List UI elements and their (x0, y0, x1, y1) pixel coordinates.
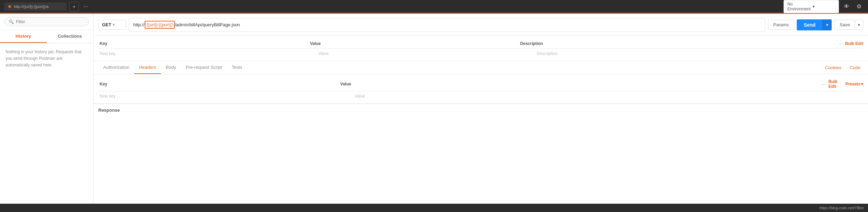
params-table: Key Value Description ··· Bulk Edit New … (93, 36, 868, 61)
env-selector-label: No Environment (787, 2, 811, 11)
params-new-key-placeholder: New key (98, 51, 116, 56)
save-button-group: Save ▾ (834, 20, 863, 30)
params-desc-header: Description (520, 41, 835, 46)
headers-table: Key Value ··· Bulk Edit Presets ▾ New ke… (93, 74, 868, 104)
url-suffix: /admin/billApi/queryBillPage.json (175, 22, 240, 27)
tab-actions: + ··· (69, 2, 91, 11)
headers-value-header: Value (340, 82, 822, 86)
headers-header-row: Key Value ··· Bulk Edit Presets ▾ (98, 77, 863, 91)
headers-actions: ··· Bulk Edit Presets ▾ (822, 79, 863, 89)
add-tab-button[interactable]: + (69, 2, 79, 11)
method-chevron-icon: ▾ (113, 23, 115, 27)
presets-button[interactable]: Presets ▾ (846, 82, 863, 86)
params-more-icon[interactable]: ··· (839, 41, 843, 46)
filter-input[interactable] (16, 19, 84, 24)
params-description-placeholder: Description (535, 51, 558, 56)
send-button-group: Send ▾ (797, 19, 832, 30)
sidebar-tab-history[interactable]: History (0, 30, 47, 43)
search-icon: 🔍 (9, 19, 14, 24)
save-dropdown-button[interactable]: ▾ (855, 20, 863, 30)
url-input[interactable]: http://{{url}}:{{port}}/admin/billApi/qu… (129, 18, 765, 31)
params-bulk-edit[interactable]: Bulk Edit (845, 41, 863, 46)
headers-bulk-edit[interactable]: Bulk Edit (829, 79, 843, 89)
sidebar: 🔍 History Collections Nothing in your hi… (0, 14, 93, 204)
sidebar-empty-message: Nothing in your history yet. Requests th… (0, 43, 93, 204)
method-label: GET (102, 22, 111, 27)
params-value-placeholder: Value (317, 51, 328, 56)
more-tabs-button[interactable]: ··· (81, 2, 91, 11)
eye-icon-button[interactable]: 👁 (842, 2, 851, 11)
params-new-key-cell: New key (98, 51, 317, 56)
headers-more-icon[interactable]: ··· (822, 81, 826, 87)
params-value-header: Value (310, 41, 520, 46)
bottom-bar: https://blog.csdn.net/YlBnr (0, 204, 868, 212)
params-key-header: Key (98, 41, 310, 46)
request-tabs: Authorization Headers Body Pre-request S… (93, 61, 868, 74)
tab-prerequest[interactable]: Pre-request Script (181, 61, 227, 74)
headers-key-header: Key (98, 82, 340, 86)
url-tab[interactable]: http://{{url}}:{{port}}/a (4, 2, 66, 11)
gear-icon-button[interactable]: ⚙ (854, 2, 864, 11)
method-select[interactable]: GET ▾ (98, 20, 126, 30)
params-new-value-cell: Value (317, 51, 535, 56)
params-button[interactable]: Params (768, 20, 794, 30)
response-title: Response (98, 108, 120, 113)
request-tabs-right: Cookies Code (822, 62, 863, 74)
tab-tests[interactable]: Tests (227, 61, 247, 74)
url-highlighted-vars: {{url}}:{{port}} (145, 21, 175, 29)
params-actions: ··· Bulk Edit (835, 41, 863, 46)
url-tab-text: http://{{url}}:{{port}}/a (14, 4, 62, 9)
send-button[interactable]: Send (797, 19, 822, 30)
search-wrap: 🔍 (4, 17, 89, 26)
bottom-url-text: https://blog.csdn.net/YlBnr (820, 206, 864, 210)
presets-label: Presets (846, 82, 860, 86)
cookies-link[interactable]: Cookies (822, 62, 844, 74)
tab-authorization[interactable]: Authorization (98, 61, 134, 74)
tab-dot (8, 5, 11, 8)
code-link[interactable]: Code (847, 62, 863, 74)
sidebar-tab-collections[interactable]: Collections (47, 30, 93, 43)
sidebar-search-area: 🔍 (0, 14, 93, 30)
url-prefix: http:// (133, 22, 145, 27)
chevron-down-icon: ▾ (813, 4, 835, 9)
headers-new-row: New key Value (98, 91, 863, 101)
sidebar-tabs: History Collections (0, 30, 93, 43)
save-button[interactable]: Save (834, 20, 855, 30)
headers-new-key-placeholder: New key (98, 94, 116, 99)
url-bar-row: GET ▾ http://{{url}}:{{port}}/admin/bill… (93, 14, 868, 36)
tab-headers[interactable]: Headers (134, 61, 161, 74)
presets-chevron-icon: ▾ (861, 82, 863, 86)
send-dropdown-button[interactable]: ▾ (822, 19, 832, 30)
params-new-desc-cell: Description (535, 51, 863, 56)
headers-new-key-cell: New key (98, 93, 353, 99)
params-header-row: Key Value Description ··· Bulk Edit (98, 39, 863, 49)
headers-value-placeholder: Value (353, 94, 365, 99)
tab-body[interactable]: Body (161, 61, 181, 74)
response-section: Response (93, 104, 868, 116)
environment-selector[interactable]: No Environment ▾ (784, 0, 839, 13)
request-panel: GET ▾ http://{{url}}:{{port}}/admin/bill… (93, 14, 868, 204)
headers-new-value-cell: Value (353, 93, 863, 99)
params-new-row: New key Value Description (98, 49, 863, 58)
